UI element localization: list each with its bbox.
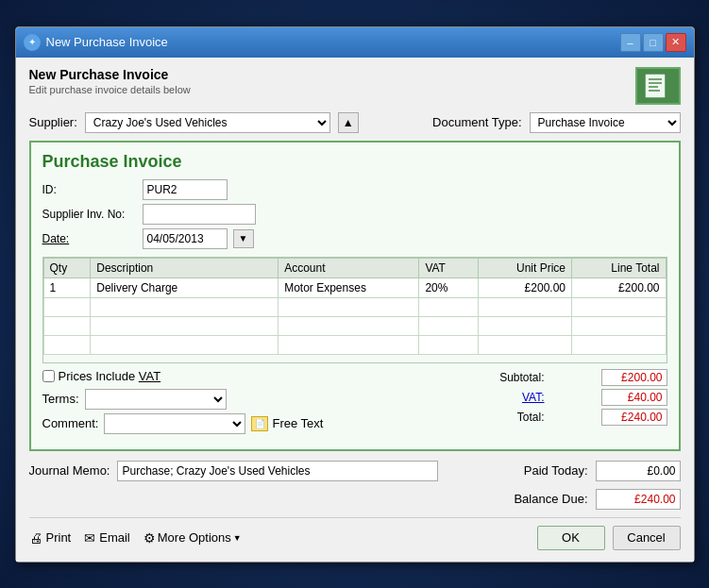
vat-row: VAT: £40.00 <box>479 389 667 406</box>
bottom-left: Prices Include VAT Terms: Comment: <box>42 369 479 438</box>
table-row-empty <box>43 335 666 354</box>
paid-today-input[interactable] <box>596 461 681 481</box>
table-row-empty <box>43 316 666 335</box>
cancel-button[interactable]: Cancel <box>613 526 681 550</box>
table-row[interactable]: 1 Delivery Charge Motor Expenses 20% £20… <box>43 277 666 297</box>
id-row: ID: <box>42 179 256 200</box>
free-text-icon: 📄 <box>251 416 268 431</box>
cell-qty: 1 <box>43 277 91 297</box>
title-bar: ✦ New Purchase Invoice – □ ✕ <box>16 27 694 58</box>
free-text-label: Free Text <box>272 416 323 430</box>
email-label: Email <box>99 530 130 545</box>
prices-include-vat-row: Prices Include VAT <box>42 369 479 383</box>
paid-today-row: Paid Today: <box>524 461 681 481</box>
footer-left: 🖨 Print ✉ Email ⚙ More Options ▼ <box>29 530 242 546</box>
total-value: £240.00 <box>601 409 667 426</box>
email-icon: ✉ <box>84 530 95 546</box>
paid-today-label: Paid Today: <box>524 463 588 478</box>
date-picker-button[interactable]: ▼ <box>233 229 254 248</box>
balance-due-label: Balance Due: <box>514 492 587 506</box>
free-text-button[interactable]: 📄 Free Text <box>251 416 323 431</box>
prices-include-vat-label: Prices Include VAT <box>59 369 161 383</box>
col-account: Account <box>279 258 419 277</box>
main-window: ✦ New Purchase Invoice – □ ✕ New Purchas… <box>15 26 695 563</box>
subtotal-label: Subtotal: <box>479 371 545 384</box>
subtotal-value: £200.00 <box>601 369 667 386</box>
total-label: Total: <box>479 411 545 424</box>
invoice-icon <box>635 67 681 105</box>
col-unit-price: Unit Price <box>478 258 571 277</box>
minimize-button[interactable]: – <box>620 33 641 52</box>
cell-line-total: £200.00 <box>572 277 667 297</box>
more-options-chevron: ▼ <box>233 533 242 543</box>
prices-include-vat-checkbox[interactable] <box>42 370 55 382</box>
print-icon: 🖨 <box>29 530 42 546</box>
bottom-section: Prices Include VAT Terms: Comment: <box>42 369 667 438</box>
terms-label: Terms: <box>42 392 79 406</box>
vat-amount-label[interactable]: VAT: <box>479 391 545 404</box>
total-row: Total: £240.00 <box>479 409 667 426</box>
ok-button[interactable]: OK <box>537 526 605 550</box>
supplier-select[interactable]: Crazy Joe's Used Vehicles <box>85 112 330 133</box>
window-title: New Purchase Invoice <box>46 35 168 49</box>
doctype-label: Document Type: <box>432 115 521 129</box>
journal-row: Journal Memo: <box>29 461 439 481</box>
close-button[interactable]: ✕ <box>666 33 686 52</box>
supplier-up-button[interactable]: ▲ <box>338 112 359 133</box>
table-row-empty <box>43 297 666 316</box>
cell-account: Motor Expenses <box>279 277 419 297</box>
balance-due-row: Balance Due: <box>514 489 680 510</box>
footer-row: 🖨 Print ✉ Email ⚙ More Options ▼ OK Canc… <box>29 517 681 550</box>
terms-select[interactable] <box>85 389 227 410</box>
window-title-section: New Purchase Invoice Edit purchase invoi… <box>29 67 191 95</box>
comment-row: Comment: 📄 Free Text <box>42 413 479 434</box>
cell-description: Delivery Charge <box>91 277 279 297</box>
app-icon: ✦ <box>24 34 41 51</box>
maximize-button[interactable]: □ <box>643 33 664 52</box>
more-options-icon: ⚙ <box>143 530 156 546</box>
vat-underline: VAT <box>139 369 160 383</box>
id-label: ID: <box>42 183 137 196</box>
date-label: Date: <box>42 232 137 245</box>
col-qty: Qty <box>43 258 91 277</box>
title-bar-controls: – □ ✕ <box>620 33 686 52</box>
cell-unit-price: £200.00 <box>478 277 571 297</box>
suppinv-label: Supplier Inv. No: <box>42 208 137 221</box>
balance-due-input[interactable] <box>596 489 681 510</box>
vat-amount-value: £40.00 <box>601 389 667 406</box>
date-row: Date: ▼ <box>42 228 256 249</box>
footer-right: OK Cancel <box>537 526 681 550</box>
id-input[interactable] <box>143 179 228 200</box>
journal-section: Journal Memo: Paid Today: Balance Due: <box>29 461 681 513</box>
suppinv-row: Supplier Inv. No: <box>42 204 256 225</box>
doctype-select[interactable]: Purchase Invoice <box>530 112 681 133</box>
terms-row: Terms: <box>42 389 479 410</box>
payment-section: Paid Today: Balance Due: <box>514 461 680 513</box>
svg-rect-0 <box>645 74 666 98</box>
date-input[interactable] <box>143 228 228 249</box>
col-line-total: Line Total <box>572 258 667 277</box>
supplier-label: Supplier: <box>29 115 77 129</box>
journal-memo-label: Journal Memo: <box>29 463 110 478</box>
journal-memo-input[interactable] <box>117 461 438 481</box>
more-options-button[interactable]: ⚙ More Options ▼ <box>143 530 242 546</box>
more-options-label: More Options <box>158 530 231 545</box>
window-header: New Purchase Invoice Edit purchase invoi… <box>29 67 681 105</box>
email-button[interactable]: ✉ Email <box>84 530 130 546</box>
suppinv-input[interactable] <box>143 204 256 225</box>
print-label: Print <box>46 530 72 545</box>
page-title: New Purchase Invoice <box>29 67 191 82</box>
comment-select[interactable] <box>104 413 245 434</box>
window-body: New Purchase Invoice Edit purchase invoi… <box>16 58 694 562</box>
subtotal-row: Subtotal: £200.00 <box>479 369 667 386</box>
col-description: Description <box>91 258 279 277</box>
invoice-panel: Purchase Invoice ID: Supplier Inv. No: D… <box>29 141 681 451</box>
col-vat: VAT <box>419 258 478 277</box>
title-bar-left: ✦ New Purchase Invoice <box>24 34 168 51</box>
totals-section: Subtotal: £200.00 VAT: £40.00 Total: £24… <box>479 369 667 426</box>
print-button[interactable]: 🖨 Print <box>29 530 72 546</box>
comment-label: Comment: <box>42 416 99 430</box>
line-items-container: Qty Description Account VAT Unit Price L… <box>42 257 667 363</box>
page-subtitle: Edit purchase invoice details below <box>29 84 191 95</box>
cell-vat: 20% <box>419 277 478 297</box>
